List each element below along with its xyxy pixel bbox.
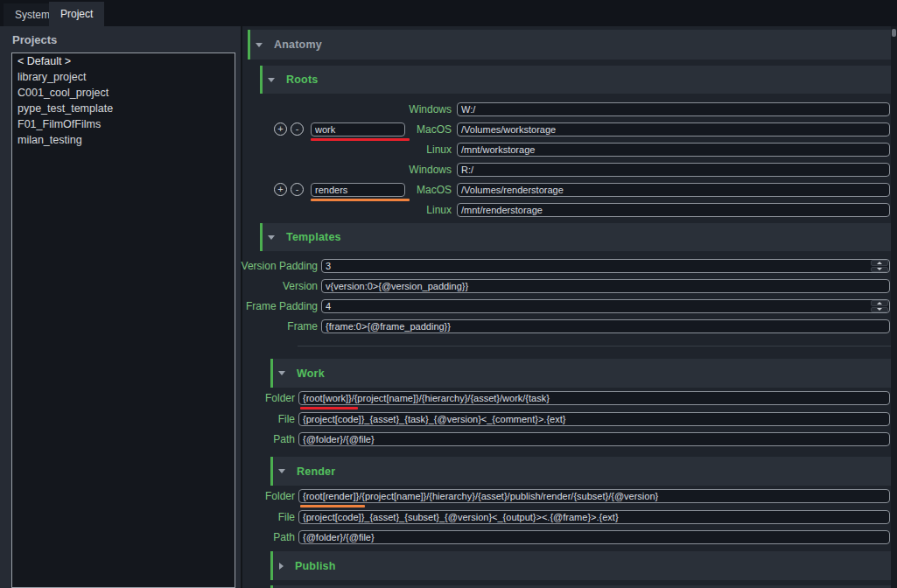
os-label-windows: Windows xyxy=(383,102,452,116)
frame-padding-label: Frame Padding xyxy=(178,299,318,313)
root-work-macos-input[interactable] xyxy=(457,122,890,136)
version-padding-label: Version Padding xyxy=(178,259,318,273)
root-renders-linux-input[interactable] xyxy=(457,203,890,217)
version-padding-spinner[interactable] xyxy=(871,260,888,272)
section-title: Anatomy xyxy=(274,38,322,51)
projects-title: Projects xyxy=(12,33,57,46)
spin-down-icon[interactable] xyxy=(871,307,888,313)
os-label-macos: MacOS xyxy=(383,122,452,136)
os-label-macos: MacOS xyxy=(383,183,452,197)
work-file-input[interactable] xyxy=(298,412,890,426)
section-roots-header[interactable]: Roots xyxy=(260,66,891,94)
section-title: Render xyxy=(297,466,335,478)
render-folder-label: Folder xyxy=(227,489,295,503)
project-list-item[interactable]: milan_testing xyxy=(12,132,235,148)
section-title: Roots xyxy=(286,74,318,86)
render-file-input[interactable] xyxy=(298,510,890,524)
accent-bar xyxy=(248,30,250,60)
accent-bar xyxy=(260,66,263,94)
frame-padding-spinner[interactable] xyxy=(871,300,888,312)
frame-input[interactable] xyxy=(321,319,890,333)
render-folder-input[interactable] xyxy=(298,489,890,503)
render-path-label: Path xyxy=(227,530,295,544)
expand-arrow-icon[interactable] xyxy=(279,563,284,570)
version-label: Version xyxy=(178,279,318,293)
section-title: Templates xyxy=(286,231,341,243)
root-remove-button[interactable]: - xyxy=(291,122,304,136)
frame-label: Frame xyxy=(178,319,318,333)
root-add-button[interactable]: + xyxy=(274,122,287,136)
accent-bar xyxy=(270,359,273,388)
scrollbar[interactable] xyxy=(891,26,897,588)
scrollbar-thumb[interactable] xyxy=(892,29,896,37)
version-input[interactable] xyxy=(321,279,890,293)
work-folder-input[interactable] xyxy=(298,391,890,405)
section-work-header[interactable]: Work xyxy=(270,359,891,388)
project-list-item[interactable]: library_project xyxy=(12,69,235,85)
project-list-item[interactable]: C001_cool_project xyxy=(12,85,235,101)
root-renders-windows-input[interactable] xyxy=(457,163,890,177)
project-list-item[interactable]: F01_FilmOfFilms xyxy=(12,116,235,132)
work-root-token-underline xyxy=(300,407,358,410)
os-label-linux: Linux xyxy=(383,143,452,157)
project-list-item-default[interactable]: < Default > xyxy=(12,53,235,69)
tab-bar: System Project xyxy=(0,0,897,26)
render-path-input[interactable] xyxy=(298,530,890,544)
accent-bar xyxy=(260,223,263,251)
tab-project[interactable]: Project xyxy=(49,2,104,26)
frame-padding-input[interactable] xyxy=(321,299,890,313)
project-list-item[interactable]: pype_test_template xyxy=(12,101,235,116)
spin-up-icon[interactable] xyxy=(871,260,888,266)
settings-window: System Project Projects < Default > libr… xyxy=(0,0,897,588)
os-label-windows: Windows xyxy=(383,163,452,177)
render-file-label: File xyxy=(227,510,295,524)
section-title: Work xyxy=(297,368,325,380)
collapse-arrow-icon[interactable] xyxy=(268,235,275,240)
root-work-windows-input[interactable] xyxy=(457,102,890,116)
work-folder-label: Folder xyxy=(227,391,295,405)
collapse-arrow-icon[interactable] xyxy=(256,43,263,47)
spin-up-icon[interactable] xyxy=(871,300,888,306)
work-path-label: Path xyxy=(227,432,295,446)
render-root-token-underline xyxy=(300,505,365,508)
root-work-modified-underline xyxy=(311,138,410,141)
root-add-button[interactable]: + xyxy=(274,183,287,196)
section-render-header[interactable]: Render xyxy=(270,457,891,486)
root-work-linux-input[interactable] xyxy=(457,143,890,157)
section-templates-header[interactable]: Templates xyxy=(260,223,891,251)
version-padding-input[interactable] xyxy=(321,259,890,273)
collapse-arrow-icon[interactable] xyxy=(278,469,285,473)
work-path-input[interactable] xyxy=(298,432,890,446)
accent-bar xyxy=(270,551,273,580)
collapse-arrow-icon[interactable] xyxy=(278,371,285,375)
section-anatomy-header[interactable]: Anatomy xyxy=(248,30,891,60)
root-renders-modified-underline xyxy=(311,199,410,201)
work-file-label: File xyxy=(227,412,295,426)
section-publish-header[interactable]: Publish xyxy=(270,551,891,580)
os-label-linux: Linux xyxy=(383,203,452,217)
collapse-arrow-icon[interactable] xyxy=(268,78,275,82)
section-title: Publish xyxy=(295,560,336,572)
root-renders-macos-input[interactable] xyxy=(457,183,890,197)
spin-down-icon[interactable] xyxy=(871,267,888,273)
templates-divider xyxy=(298,346,891,346)
accent-bar xyxy=(270,457,273,486)
root-remove-button[interactable]: - xyxy=(291,183,304,196)
